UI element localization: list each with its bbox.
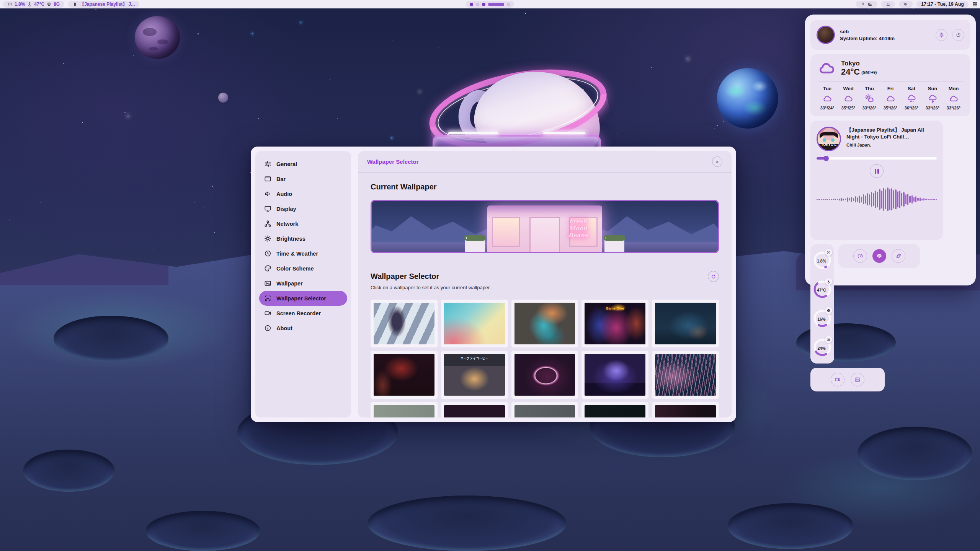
rain-cloud-icon — [907, 94, 916, 103]
wallpaper-thumbnail[interactable] — [652, 402, 719, 417]
sidebar-item[interactable]: Network — [259, 216, 347, 231]
sidebar-item[interactable]: Wallpaper — [259, 276, 347, 291]
star — [214, 232, 215, 233]
cafe-neon-sign-text: Fresh Moon Beans — [563, 218, 593, 239]
star — [645, 73, 645, 73]
screen-record-button[interactable] — [831, 373, 844, 386]
sidebar-item[interactable]: Display — [259, 201, 347, 216]
workspace-dot[interactable] — [470, 3, 473, 6]
media-player-card: TOKYO L 【Japanese Playlist】 Japan All Ni… — [810, 121, 943, 240]
small-moon — [218, 93, 228, 103]
star — [63, 63, 64, 64]
current-wallpaper-preview: Fresh Moon Beans — [371, 200, 719, 253]
tray-app-icon[interactable] — [861, 2, 866, 7]
utilities-card — [810, 368, 885, 391]
wallpaper-thumbnail[interactable] — [371, 351, 438, 399]
purple-planet — [135, 16, 180, 59]
wallpaper-thumbnail[interactable] — [652, 351, 719, 399]
star — [9, 220, 10, 220]
settings-sidebar: General Bar Audio Display Network Bright… — [255, 151, 351, 417]
pause-icon — [73, 2, 77, 7]
selector-heading: Wallpaper Selector — [371, 272, 439, 281]
workspace-dot[interactable] — [476, 3, 479, 6]
cloud-icon — [886, 94, 895, 103]
star — [35, 167, 36, 167]
weather-forecast: Tue 33°/24° Wed 35°/25° Thu 33°/26° Fri … — [818, 86, 963, 110]
wallpaper-selector-icon — [264, 295, 271, 302]
system-stats-rings: 1.8% 47°C 16% — [810, 244, 834, 364]
overview-button[interactable] — [972, 2, 978, 7]
wallpaper-thumbnail[interactable] — [581, 402, 648, 417]
sidebar-item[interactable]: Audio — [259, 186, 347, 201]
sidebar-item[interactable]: About — [259, 321, 347, 336]
powersaver-profile-button[interactable] — [892, 249, 905, 263]
star — [301, 22, 301, 23]
settings-button[interactable] — [936, 29, 947, 41]
wallpaper-thumbnail[interactable] — [511, 351, 578, 399]
wallpaper-thumbnail[interactable] — [652, 300, 719, 347]
volume-button[interactable] — [899, 1, 913, 8]
sidebar-item[interactable]: Screen Recorder — [259, 306, 347, 321]
system-stats-pill[interactable]: 1.8% 47°C 8G — [3, 1, 64, 8]
cafe-door — [529, 217, 560, 252]
brightness-icon — [264, 235, 271, 242]
wallpaper-thumbnail[interactable] — [511, 402, 578, 417]
star — [718, 82, 719, 82]
neon-strip — [448, 132, 498, 134]
cpu-temp: 47°C — [34, 2, 44, 7]
videocam-icon — [835, 377, 841, 383]
wallpaper-thumbnail[interactable] — [371, 402, 438, 417]
stat-ring-value: 24% — [813, 346, 830, 350]
tune-icon — [264, 160, 271, 168]
power-button[interactable] — [952, 29, 964, 41]
display-icon — [264, 205, 271, 212]
stat-ring: 24% — [812, 335, 832, 360]
performance-profile-button[interactable] — [853, 249, 867, 263]
screenshot-button[interactable] — [851, 373, 864, 386]
wallpaper-thumbnail[interactable] — [581, 351, 648, 399]
bar-icon — [264, 175, 271, 183]
notifications-button[interactable] — [881, 1, 895, 8]
media-progress-slider[interactable] — [817, 157, 937, 160]
refresh-button[interactable] — [708, 271, 719, 282]
sidebar-item[interactable]: Bar — [259, 171, 347, 186]
wallpaper-thumbnail[interactable] — [511, 300, 578, 347]
star — [714, 128, 715, 129]
wallpaper-thumbnail[interactable] — [371, 300, 438, 347]
clock-pill[interactable]: 17:17 - Tue, 19 Aug — [916, 1, 969, 8]
neon-strip — [543, 132, 585, 134]
workspace-dot[interactable] — [507, 3, 510, 6]
slider-knob[interactable] — [823, 156, 829, 161]
star — [651, 67, 652, 68]
thermometer-icon — [825, 278, 832, 285]
tray-image-viewer-icon[interactable] — [868, 2, 873, 7]
star — [194, 202, 194, 203]
balanced-profile-button[interactable] — [872, 249, 886, 263]
workspace-dot[interactable] — [488, 3, 504, 6]
sun-cloud-icon — [865, 94, 874, 103]
sidebar-item[interactable]: Brightness — [259, 231, 347, 246]
wallpaper-thumbnail[interactable]: Game Over — [581, 300, 648, 347]
star — [382, 128, 382, 128]
album-art-text: TOKYO L — [818, 143, 840, 147]
media-pill[interactable]: 【Japanese Playlist】 J... — [68, 1, 139, 8]
cloud-icon — [818, 59, 836, 77]
sidebar-item[interactable]: Color Scheme — [259, 261, 347, 276]
content-body: Current Wallpaper Fresh Moon Beans Wallp… — [358, 173, 732, 417]
system-tray[interactable] — [856, 1, 877, 8]
sidebar-item[interactable]: Wallpaper Selector — [259, 291, 347, 306]
sidebar-item[interactable]: General — [259, 156, 347, 171]
workspace-dot[interactable] — [482, 3, 485, 6]
sidebar-item[interactable]: Time & Weather — [259, 246, 347, 261]
wallpaper-thumbnail[interactable] — [441, 402, 508, 417]
wallpaper-thumbnail[interactable] — [441, 300, 508, 347]
wallpaper-thumbnail[interactable]: ローファイコーヒー — [441, 351, 508, 399]
workspace-indicator[interactable] — [466, 1, 514, 8]
side-panel: seb System Uptime: 4h19m Tokyo 24°C(GMT+… — [805, 15, 976, 285]
close-button[interactable]: × — [712, 156, 722, 167]
ridge — [0, 231, 168, 285]
pause-button[interactable] — [870, 164, 884, 178]
star — [252, 33, 253, 34]
star — [723, 121, 724, 122]
preview-moon-cafe: Fresh Moon Beans — [487, 205, 602, 252]
